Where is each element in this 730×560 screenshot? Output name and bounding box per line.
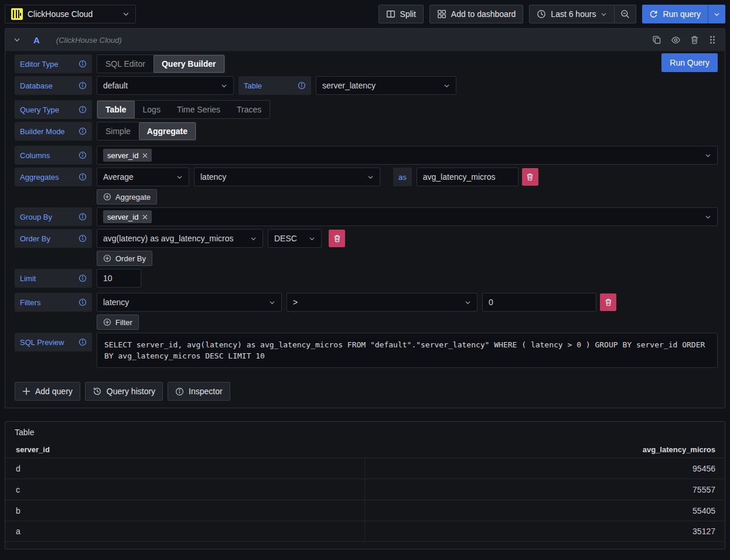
aggregate-alias-input[interactable]	[417, 168, 518, 186]
columns-multiselect[interactable]: server_id	[97, 146, 718, 165]
limit-input[interactable]	[97, 269, 141, 288]
field-row-builder-mode: Builder Mode Simple Aggregate	[15, 122, 718, 141]
group-by-multiselect[interactable]: server_id	[97, 207, 718, 226]
builder-mode-option-aggregate[interactable]: Aggregate	[139, 122, 196, 140]
remove-aggregate-button[interactable]	[522, 168, 538, 186]
query-editor-panel: A (ClickHouse Cloud) Run Query Editor Ty…	[5, 28, 725, 408]
collapse-chevron-icon	[13, 36, 21, 43]
remove-filter-button[interactable]	[600, 293, 616, 311]
trash-icon	[690, 35, 699, 45]
info-icon	[79, 298, 87, 306]
chevron-down-icon	[700, 214, 711, 220]
table-row[interactable]: a 35127	[5, 521, 725, 542]
refresh-icon	[649, 10, 658, 19]
remove-chip-icon[interactable]	[142, 153, 148, 158]
add-aggregate-button[interactable]: Aggregate	[97, 189, 157, 204]
builder-mode-label: Builder Mode	[15, 122, 92, 141]
split-button[interactable]: Split	[378, 5, 424, 23]
field-row-group-by: Group By server_id	[15, 207, 718, 226]
aggregate-function-select[interactable]: Average	[97, 168, 189, 186]
field-row-limit: Limit	[15, 269, 718, 288]
editor-run-query-button[interactable]: Run Query	[661, 53, 718, 72]
remove-chip-icon[interactable]	[142, 214, 148, 220]
split-label: Split	[400, 9, 416, 19]
remove-order-by-button[interactable]	[329, 230, 345, 247]
query-datasource-hint: (ClickHouse Cloud)	[56, 36, 122, 45]
add-order-by-button[interactable]: Order By	[97, 251, 152, 266]
builder-mode-option-simple[interactable]: Simple	[97, 122, 139, 140]
chevron-down-icon	[714, 11, 720, 18]
limit-label: Limit	[15, 269, 92, 288]
toolbar-actions: Split Add to dashboard Last 6 hours	[378, 5, 725, 23]
editor-type-switcher: SQL Editor Query Builder	[97, 54, 225, 73]
add-filter-row: Filter	[97, 315, 718, 330]
editor-type-label: Editor Type	[15, 54, 92, 73]
table-row[interactable]: c 75557	[5, 479, 725, 500]
split-icon	[386, 9, 395, 19]
chevron-down-icon	[363, 174, 374, 180]
query-history-button[interactable]: Query history	[85, 382, 163, 401]
table-select[interactable]: server_latency	[316, 76, 456, 95]
drag-handle-icon	[708, 35, 717, 45]
run-query-button[interactable]: Run query	[642, 5, 708, 23]
add-to-dashboard-button[interactable]: Add to dashboard	[429, 5, 524, 23]
query-type-option-logs[interactable]: Logs	[135, 101, 169, 118]
run-query-label: Run query	[663, 9, 701, 19]
table-row[interactable]: d 95456	[5, 457, 725, 479]
add-query-button[interactable]: Add query	[15, 382, 80, 401]
aggregate-column-select[interactable]: latency	[194, 168, 380, 186]
query-type-option-table[interactable]: Table	[97, 101, 135, 118]
query-type-option-time-series[interactable]: Time Series	[169, 101, 228, 118]
add-order-by-row: Order By	[97, 251, 718, 266]
filter-operator-select[interactable]: >	[286, 293, 477, 312]
editor-type-option-sql-editor[interactable]: SQL Editor	[97, 55, 153, 73]
inspector-button[interactable]: Inspector	[168, 382, 230, 401]
table-row[interactable]: b 55405	[5, 500, 725, 521]
filter-column-select[interactable]: latency	[97, 293, 282, 312]
plus-circle-icon	[103, 254, 111, 262]
query-row-header[interactable]: A (ClickHouse Cloud)	[5, 29, 725, 51]
chevron-down-icon	[264, 299, 275, 306]
info-icon	[79, 60, 87, 68]
plus-circle-icon	[103, 193, 111, 201]
info-icon	[79, 151, 87, 159]
info-icon	[79, 338, 87, 346]
remove-query-button[interactable]	[690, 35, 699, 45]
columns-label: Columns	[15, 146, 92, 165]
add-filter-button[interactable]: Filter	[97, 315, 139, 330]
order-by-field-select[interactable]: avg(latency) as avg_latency_micros	[97, 229, 263, 248]
field-row-editor-type: Editor Type SQL Editor Query Builder	[15, 54, 718, 73]
info-icon	[79, 213, 87, 221]
column-header-avg-latency-micros[interactable]: avg_latency_micros	[366, 445, 715, 454]
query-editor-body: Run Query Editor Type SQL Editor Query B…	[5, 51, 725, 408]
zoom-out-button[interactable]	[615, 5, 636, 23]
clickhouse-logo-icon	[11, 8, 23, 20]
drag-handle[interactable]	[708, 35, 717, 45]
disable-query-button[interactable]	[671, 35, 681, 45]
database-select[interactable]: default	[97, 76, 234, 95]
info-circle-icon	[175, 387, 184, 396]
filter-value-input[interactable]	[482, 293, 596, 312]
info-icon	[79, 105, 87, 114]
sql-preview-text: SELECT server_id, avg(latency) as avg_la…	[97, 333, 718, 368]
trash-icon	[333, 234, 341, 243]
order-by-direction-select[interactable]: DESC	[268, 229, 322, 248]
column-header-server-id[interactable]: server_id	[16, 445, 366, 454]
datasource-name: ClickHouse Cloud	[28, 9, 93, 19]
info-icon	[79, 234, 87, 243]
group-by-chip: server_id	[103, 210, 152, 223]
field-row-sql-preview: SQL Preview SELECT server_id, avg(latenc…	[15, 333, 718, 368]
trash-icon	[605, 298, 612, 306]
as-label: as	[393, 168, 412, 186]
duplicate-query-button[interactable]	[652, 35, 661, 45]
datasource-picker[interactable]: ClickHouse Cloud	[5, 5, 136, 23]
table-label: Table	[238, 76, 311, 95]
time-range-button[interactable]: Last 6 hours	[529, 5, 615, 23]
query-type-option-traces[interactable]: Traces	[228, 101, 270, 118]
plus-icon	[22, 387, 30, 395]
add-aggregate-row: Aggregate	[97, 189, 718, 204]
field-row-query-type: Query Type Table Logs Time Series Traces	[15, 100, 718, 119]
query-row-actions	[652, 35, 717, 45]
run-query-options-button[interactable]	[708, 5, 725, 23]
editor-type-option-query-builder[interactable]: Query Builder	[153, 55, 224, 73]
